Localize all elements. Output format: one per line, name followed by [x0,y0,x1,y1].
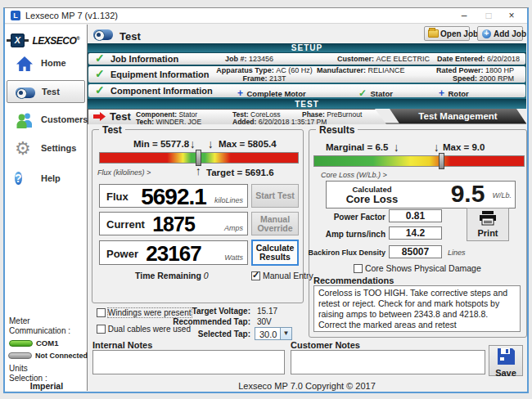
app-icon: L [11,11,20,20]
internal-notes-input[interactable] [92,350,285,374]
selected-tap-label: Selected Tap: [165,330,250,338]
footer-text: Lexseco MP 7.0 Copyright © 2017 [88,381,526,391]
com-status: COM1 [9,338,58,348]
customer: Customer: ACE ELECTRIC [337,55,430,63]
max-arrow-icon: ↓ [208,137,214,151]
complete-motor-item[interactable]: + Complete Motor [237,85,306,100]
tab-component-tech: Component: Stator Tech: WINDER, JOE [136,110,201,125]
close-button[interactable]: × [499,8,524,23]
manual-entry-checkbox-box[interactable] [251,271,260,280]
amp-turns-label: Amp turns/inch [309,230,385,239]
start-test-button[interactable]: Start Test [251,184,299,208]
home-icon [15,54,34,74]
open-job-button[interactable]: Open Job [424,26,470,41]
sidebar-item-test[interactable]: Test [7,80,85,103]
min-arrow-icon: ↓ [190,137,196,151]
sidebar-item-customers[interactable]: Customers [7,109,85,132]
job-number: Job #: 123456 [225,55,273,63]
manual-entry-checkbox[interactable]: Manual Entry [251,271,313,280]
target-arrow-icon: ↑ [196,164,201,178]
title-bar: L Lexseco MP 7 (v1.132) – □ × [5,8,527,24]
selected-tap-dropdown[interactable]: 30.0▼ [255,327,292,340]
recommended-tap-value: 30V [257,317,272,326]
minimize-button[interactable]: – [452,8,476,23]
add-job-button[interactable]: Add Job [477,26,523,41]
backiron-label: Backiron Flux Density [306,249,385,257]
coreloss-gauge [313,155,525,167]
stator-item[interactable]: ✓ Stator [358,85,393,100]
component-information-row[interactable]: ✓ Component Information + Complete Motor… [88,84,525,97]
help-icon: ? [15,169,34,189]
equipment-information-row[interactable]: ✓ Equipment Information Apparatus Type: … [88,66,525,83]
check-icon: ✓ [95,67,105,80]
check-icon: ✓ [95,52,105,65]
job-information-row[interactable]: ✓ Job Information Job #: 123456 Customer… [88,53,525,65]
test-tab[interactable]: Test Component: Stator Tech: WINDER, JOE… [88,109,386,124]
window-title: Lexseco MP 7 (v1.132) [25,11,118,20]
sidebar-item-help[interactable]: ? Help [7,168,85,191]
dropdown-arrow-icon[interactable]: ▼ [280,328,291,339]
power-factor-value: 0.81 [389,209,442,222]
test-icon [16,83,35,102]
coreloss-gauge-marker [439,153,444,169]
backiron-unit: Lines [448,249,466,257]
open-folder-icon [428,29,439,38]
test-groupbox: Test Min = 5577.8 ↓ ↓ Max = 5805.4 Flux … [92,129,304,303]
results-groupbox: Results Marginal = 6.5 ↓ ↓ Max = 9.0 Cor… [309,129,527,338]
setup-header: SETUP [88,43,526,52]
maximize-button[interactable]: □ [476,8,501,23]
test-header: TEST [88,99,526,109]
save-disk-icon [497,347,515,365]
backiron-value: 85007 [389,245,442,258]
connection-status: Not Connected [8,351,88,361]
logo-text: LEXSECO® [32,35,79,47]
tab-phase: Phase: PreBurnout [302,110,362,118]
sidebar: X LEXSECO® Home Test Customers ⚙ Setting… [5,25,88,391]
check-icon: ✓ [95,83,105,96]
plus-icon: + [237,87,243,99]
amp-turns-value: 14.2 [389,226,442,240]
current-reading: Current 1875 Amps [99,212,248,235]
com-pill-icon [9,340,33,347]
not-connected-pill-icon [8,352,32,359]
customer-notes-input[interactable] [291,350,485,374]
plus-icon: + [439,87,444,99]
manual-override-button[interactable]: Manual Override [251,212,299,235]
rotor-item[interactable]: + Rotor [439,85,469,100]
tab-row: Test Component: Stator Tech: WINDER, JOE… [88,109,526,124]
date-entered: Date Entered: 6/20/2018 [437,55,520,63]
coreloss-reading: Calculated Core Loss 9.5 W/Lb. [326,181,516,208]
meter-communication-label: Meter Communication : [9,316,84,336]
target-voltage-value: 15.17 [257,307,277,316]
recommendations-box[interactable]: Coreloss is TOO HIGH. Take corrective st… [313,285,521,332]
time-remaining: Time Remaining 0 [135,271,209,280]
target-voltage-label: Target Voltage: [165,307,250,316]
test-management-tab[interactable]: Test Management [390,109,526,123]
sidebar-item-home[interactable]: Home [7,52,85,75]
power-factor-label: Power Factor [309,213,385,222]
check-icon: ✓ [358,87,367,99]
page-test-icon [93,29,115,42]
red-arrow-icon [93,112,106,121]
calculate-results-button[interactable]: Calculate Results [251,240,299,266]
lexseco-logo: X LEXSECO® [7,33,86,49]
flux-reading: Flux 5692.1 kiloLines [99,184,248,208]
internal-notes-label: Internal Notes [92,340,152,350]
recommendations-label: Recommendations [313,276,394,285]
logo-x-icon: X [11,34,25,47]
logo-dash-icon [25,39,29,42]
rated-power-speed: Rated Power: 1800 HPSpeed: 2000 RPM [436,66,514,83]
units-value: Imperial [9,381,84,391]
save-button[interactable]: Save [489,345,523,376]
sidebar-item-settings[interactable]: ⚙ Settings [7,137,85,160]
printer-icon [478,211,498,226]
page-title: Test [119,30,141,43]
gear-icon: ⚙ [15,139,34,159]
print-button[interactable]: Print [467,208,509,241]
recommended-tap-label: Recommended Tap: [165,317,250,326]
damage-checkbox[interactable]: Core Shows Physical Damage [354,263,481,273]
customer-notes-label: Customer Notes [291,340,360,350]
flux-gauge-marker [196,150,201,166]
customers-icon [15,110,34,130]
add-job-icon [482,29,491,38]
